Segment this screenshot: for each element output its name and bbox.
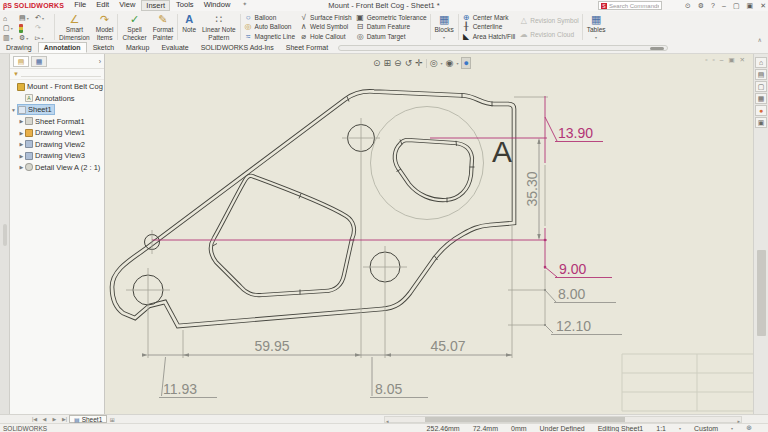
horizontal-scrollbar[interactable]: ◂ ▸: [384, 416, 742, 423]
doc-restore-icon[interactable]: ▣: [728, 56, 734, 64]
zoom-in-out-icon[interactable]: ⊖: [394, 58, 402, 68]
tree-item-root[interactable]: Mount - Front Belt Cog: [10, 81, 104, 93]
dim-11-93[interactable]: 11.93: [163, 381, 197, 397]
collapse-arrow-icon[interactable]: ▼: [10, 107, 17, 113]
tree-item-sheet-format1[interactable]: ▶ Sheet Format1: [10, 116, 104, 128]
doc-close-icon[interactable]: ✕: [740, 56, 745, 64]
custom-properties-icon[interactable]: ▣: [755, 117, 767, 128]
dim-12-10[interactable]: 12.10: [556, 318, 591, 334]
tab-markup[interactable]: Markup: [120, 42, 155, 53]
tree-item-sheet1[interactable]: ▼ Sheet1: [10, 104, 104, 116]
search-input[interactable]: Search Commands: [609, 3, 659, 9]
ribbon-spell-checker[interactable]: ✓ Spell Checker: [119, 12, 149, 42]
expand-arrow-icon[interactable]: ▶: [18, 153, 25, 159]
menu-edit[interactable]: Edit: [92, 0, 113, 11]
tab-scroll-track[interactable]: [338, 45, 668, 51]
add-sheet-icon[interactable]: ⊞: [107, 416, 117, 423]
ribbon-tables[interactable]: ▦ Tables ▾: [584, 12, 609, 42]
ribbon-format-painter[interactable]: ✎ Format Painter: [150, 12, 177, 42]
doc-cascade-icon[interactable]: ▫: [705, 56, 707, 64]
ribbon-weld-symbol[interactable]: ∧Weld Symbol: [299, 22, 352, 31]
save-button[interactable]: ▤▾: [19, 13, 35, 23]
display-style-dropdown-icon[interactable]: ▾: [441, 61, 443, 66]
ribbon-blocks[interactable]: ▦ Blocks ▾: [432, 12, 457, 42]
undo-button[interactable]: ↶▾: [35, 13, 51, 23]
ribbon-smart-dimension[interactable]: ∠ Smart Dimension: [56, 12, 93, 42]
sheet-tab-sheet1[interactable]: ▤ Sheet1: [69, 415, 107, 423]
pan-icon[interactable]: ✛: [415, 58, 423, 68]
zoom-fit-icon[interactable]: ⊙: [373, 58, 381, 68]
rotate-view-icon[interactable]: ↺: [405, 58, 413, 68]
dim-35-30-group[interactable]: 35.30: [524, 138, 541, 240]
cutout-left[interactable]: [211, 176, 354, 295]
expand-arrow-icon[interactable]: ▶: [18, 141, 25, 147]
task-home-icon[interactable]: ⌂: [755, 57, 767, 68]
units-dropdown-icon[interactable]: ▾: [731, 426, 733, 431]
cutout-upper-right[interactable]: [395, 140, 472, 200]
vertical-scrollbar[interactable]: [757, 250, 766, 336]
display-style-icon[interactable]: ◎: [430, 58, 438, 68]
menu-file[interactable]: File: [70, 0, 90, 11]
dim-8-05[interactable]: 8.05: [375, 381, 402, 397]
dim-8-00[interactable]: 8.00: [558, 286, 585, 302]
horizontal-scroll-thumb[interactable]: [425, 417, 625, 422]
tree-item-drawing-view2[interactable]: ▶ Drawing View2: [10, 139, 104, 151]
detail-label[interactable]: A: [492, 135, 512, 168]
detail-circle[interactable]: [371, 107, 484, 220]
minimize-button[interactable]: –: [722, 2, 726, 9]
ribbon-balloon[interactable]: ○Balloon: [244, 13, 295, 22]
file-explorer-icon[interactable]: ▢: [755, 81, 767, 92]
feature-tree-tab-icon[interactable]: ▤: [13, 56, 29, 67]
ribbon-note[interactable]: A Note: [179, 12, 199, 42]
tables-dropdown-icon[interactable]: ▾: [595, 35, 597, 40]
ribbon-model-items[interactable]: ↷ Model Items: [93, 12, 117, 42]
tab-sheet-format[interactable]: Sheet Format: [280, 42, 334, 53]
panel-splitter-handle[interactable]: [3, 224, 7, 246]
options-gear-icon[interactable]: ⚙: [698, 2, 704, 10]
zoom-area-icon[interactable]: ⊞: [384, 58, 392, 68]
ribbon-geometric-tolerance[interactable]: ▣Geometric Tolerance: [356, 13, 427, 22]
tree-item-annotations[interactable]: A Annotations: [10, 93, 104, 105]
ribbon-datum-feature[interactable]: ⊟Datum Feature: [356, 22, 427, 31]
close-button[interactable]: ✕: [760, 2, 766, 10]
new-document-button[interactable]: ▢▾: [3, 23, 19, 33]
status-sheet-scale[interactable]: 1:1: [656, 425, 666, 432]
appearances-icon[interactable]: ●: [755, 105, 767, 116]
ribbon-revision-symbol[interactable]: △Revision Symbol: [519, 15, 578, 25]
ribbon-area-hatch-fill[interactable]: ◣Area Hatch/Fill: [462, 32, 516, 41]
rebuild-button[interactable]: [19, 23, 35, 33]
ribbon-collapse-icon[interactable]: ∧: [758, 36, 762, 43]
doc-tile-icon[interactable]: ▫: [712, 56, 714, 64]
ribbon-auto-balloon[interactable]: ◎Auto Balloon: [244, 22, 295, 31]
ribbon-linear-note-pattern[interactable]: ∷ Linear Note Pattern: [199, 12, 239, 42]
holes[interactable]: [133, 125, 400, 306]
dim-59-95[interactable]: 59.95: [254, 338, 289, 354]
tree-filter[interactable]: ▼: [10, 69, 104, 80]
tab-solidworks-add-ins[interactable]: SOLIDWORKS Add-Ins: [195, 42, 280, 53]
splitter-grip[interactable]: [650, 47, 664, 50]
redo-button[interactable]: ↷: [35, 23, 51, 33]
ribbon-hole-callout[interactable]: ⌀Hole Callout: [299, 32, 352, 41]
doc-minimize-icon[interactable]: –: [720, 56, 724, 64]
ribbon-centerline[interactable]: ╂Centerline: [462, 22, 516, 31]
hide-show-dropdown-icon[interactable]: ▾: [456, 61, 458, 66]
tab-evaluate[interactable]: Evaluate: [155, 42, 194, 53]
expand-arrow-icon[interactable]: ▶: [18, 164, 25, 170]
ribbon-center-mark[interactable]: ⊕Center Mark: [462, 13, 516, 22]
gray-leader-dims[interactable]: 8.00 12.10: [544, 286, 622, 335]
tree-item-detail-view-a[interactable]: ▶ Detail View A (2 : 1): [10, 162, 104, 174]
panel-expand-icon[interactable]: ›: [99, 58, 101, 65]
property-manager-tab-icon[interactable]: ▦: [31, 56, 47, 67]
next-sheet-icon[interactable]: ▶: [50, 416, 59, 422]
menu-view[interactable]: View: [115, 0, 139, 11]
search-commands-box[interactable]: S Search Commands: [598, 1, 662, 10]
blocks-dropdown-icon[interactable]: ▾: [443, 35, 445, 40]
home-button[interactable]: ⌂: [3, 13, 19, 23]
menu-insert[interactable]: Insert: [141, 0, 170, 11]
dim-13-90[interactable]: 13.90: [558, 125, 593, 141]
tree-item-drawing-view3[interactable]: ▶ Drawing View3: [10, 150, 104, 162]
help-icon[interactable]: ?: [711, 2, 715, 9]
tree-item-drawing-view1[interactable]: ▶ Drawing View1: [10, 127, 104, 139]
search-icon[interactable]: ⊙: [685, 2, 691, 10]
tab-sketch[interactable]: Sketch: [87, 42, 120, 53]
